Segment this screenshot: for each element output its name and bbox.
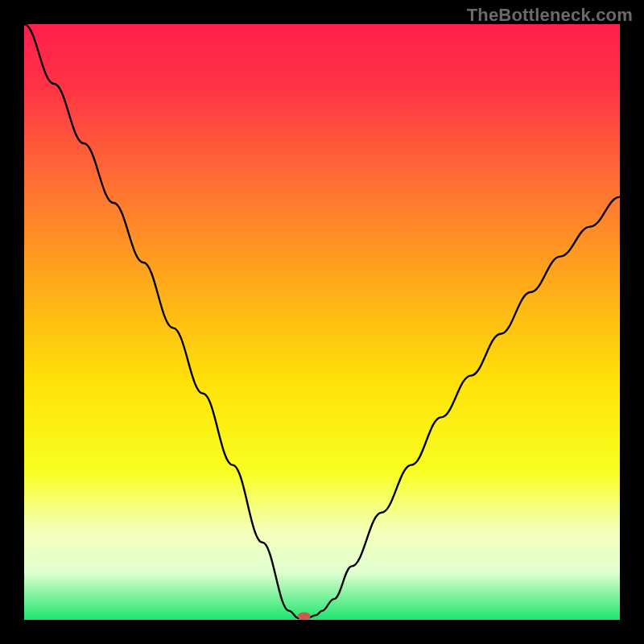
plot-area <box>24 24 620 620</box>
chart-frame: TheBottleneck.com <box>0 0 644 644</box>
bottleneck-curve <box>24 24 620 618</box>
watermark-text: TheBottleneck.com <box>467 5 633 26</box>
curve-layer <box>24 24 620 620</box>
minimum-marker <box>298 613 311 620</box>
